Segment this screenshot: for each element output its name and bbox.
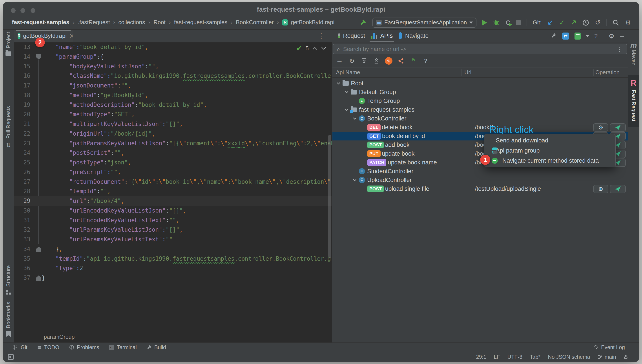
sidebar-item-structure[interactable]: Structure (3, 265, 14, 294)
column-divider[interactable] (594, 69, 594, 76)
fast-request-tool-window-tab[interactable]: R Fast Request (628, 75, 639, 126)
run-with-coverage-button[interactable]: C (506, 19, 510, 26)
menu-item[interactable]: Navigate current method stored data (484, 156, 616, 166)
tree-row[interactable]: CUploadController (332, 176, 628, 184)
stripe-label: Structure (5, 265, 12, 287)
status-item[interactable]: UTF-8 (508, 354, 522, 360)
send-request-button[interactable] (610, 185, 626, 193)
collapse-node-icon[interactable]: − (336, 57, 344, 65)
git-commit-button[interactable]: ✓ (559, 18, 565, 27)
tab-navigate[interactable]: Navigate (398, 30, 429, 42)
documentation-icon[interactable] (574, 32, 581, 40)
tree-row[interactable]: CStudentController (332, 167, 628, 176)
chevron-down-icon[interactable] (353, 178, 356, 181)
sidebar-item-pull-requests[interactable]: Pull Requests⇅ (3, 106, 14, 148)
sidebar-item-bookmarks[interactable]: Bookmarks (3, 302, 14, 337)
tree-row[interactable]: POSTupload single file/testUpload/upload… (332, 184, 628, 193)
breadcrumb-item[interactable]: Root (154, 19, 166, 26)
chevron-down-icon[interactable] (345, 90, 348, 93)
event-log-button[interactable]: Event Log (593, 344, 625, 350)
autoscroll-icon[interactable]: ⇄ (562, 32, 569, 40)
navigate-button[interactable] (593, 123, 608, 132)
refresh-icon[interactable]: ↻ (348, 57, 356, 65)
expand-all-icon[interactable] (360, 57, 368, 65)
search-input[interactable] (343, 46, 616, 52)
status-item[interactable]: 29:1 (476, 354, 486, 360)
tab-options-kebab-icon[interactable]: ⋮ (318, 32, 324, 40)
api-doc-icon[interactable]: ✎ (385, 57, 393, 65)
send-request-button[interactable] (610, 123, 626, 132)
hide-panel-icon[interactable]: − (620, 32, 625, 40)
breadcrumb-file[interactable]: getBookById.rapi (291, 19, 334, 26)
menu-item[interactable]: Send and download (484, 136, 616, 146)
status-item[interactable]: Tab* (530, 354, 540, 360)
git-branch-widget[interactable]: main (598, 354, 616, 360)
build-hammer-icon[interactable] (359, 19, 367, 26)
toolwindow-button-problems[interactable]: Problems (69, 344, 99, 350)
prev-highlight-icon[interactable] (312, 46, 318, 50)
fold-marker-icon[interactable] (36, 276, 41, 281)
breadcrumb-item[interactable]: collections (118, 19, 145, 26)
toolwindow-button-build[interactable]: Build (146, 344, 166, 350)
help-icon[interactable]: ? (422, 57, 430, 65)
editor-scrollbar[interactable] (328, 135, 331, 258)
editor-pane[interactable]: R getBookById.rapi × ⋮ 2 13"name":"book … (14, 30, 332, 342)
tree-row[interactable]: Default Group (332, 88, 628, 96)
sidebar-item-project[interactable]: Project (3, 32, 14, 56)
chevron-down-icon[interactable] (353, 116, 356, 120)
api-search-field[interactable]: ⌕ ⋮ (333, 44, 627, 54)
toolwindow-button-terminal[interactable]: ›_Terminal (109, 344, 137, 350)
inspection-count: 5 (306, 45, 309, 52)
collapse-all-icon[interactable] (372, 57, 380, 65)
fold-marker-icon[interactable] (36, 54, 41, 60)
breadcrumb-param-group[interactable]: paramGroup (44, 334, 74, 340)
git-push-button[interactable]: ↗ (570, 18, 576, 27)
settings-gear-icon[interactable]: ⚙ (625, 19, 631, 26)
chevron-down-icon[interactable] (336, 81, 340, 84)
status-item[interactable]: No JSON schema (548, 354, 590, 360)
toolwindow-button-git[interactable]: Git (13, 344, 28, 350)
next-highlight-icon[interactable] (321, 46, 326, 50)
tree-row[interactable]: ★Temp Group (332, 96, 628, 105)
data-sync-icon[interactable] (410, 57, 417, 65)
wrench-icon[interactable] (550, 33, 557, 39)
code-text: "postType":"json", (69, 158, 131, 168)
git-update-button[interactable]: ↙ (548, 18, 554, 27)
send-plane-icon (615, 134, 621, 139)
tree-row[interactable]: DELdelete book/book/1 (332, 123, 628, 132)
run-configuration-select[interactable]: FastRequestSamplesApplication (372, 18, 477, 28)
breadcrumb-item[interactable]: BookController (236, 19, 274, 26)
unlock-icon[interactable] (624, 354, 628, 360)
search-everywhere-icon[interactable] (612, 19, 619, 26)
history-icon[interactable] (582, 19, 589, 26)
maven-tool-window-tab[interactable]: m Maven (628, 41, 639, 66)
code-editor[interactable]: 13"name":"book detail by id",14"paramGro… (14, 42, 332, 318)
tree-row[interactable]: CBookController (332, 114, 628, 123)
tool-window-switcher-icon[interactable] (8, 354, 14, 360)
tree-row[interactable]: Root (332, 79, 628, 88)
breadcrumb-item[interactable]: fast-request-samples (174, 19, 227, 26)
tree-row[interactable]: fast-request-samples (332, 105, 628, 114)
tab-apis[interactable]: APIs (371, 30, 393, 42)
close-tab-icon[interactable]: × (69, 32, 74, 39)
toolwindow-button-todo[interactable]: ≡TODO (37, 344, 59, 350)
inspections-widget[interactable]: ✔ 5 (296, 44, 326, 52)
fold-marker-icon[interactable] (36, 246, 41, 252)
navigate-button[interactable] (593, 185, 608, 193)
panel-settings-gear-icon[interactable]: ⚙ (608, 32, 614, 40)
rollback-icon[interactable]: ↺ (595, 19, 600, 26)
menu-item[interactable]: Api param group (484, 146, 616, 156)
share-icon[interactable] (397, 57, 405, 65)
tab-request[interactable]: Request (338, 30, 365, 42)
status-item[interactable]: LF (494, 354, 500, 360)
search-options-kebab-icon[interactable]: ⋮ (616, 46, 623, 53)
stop-button[interactable] (516, 20, 521, 25)
debug-button[interactable] (493, 19, 500, 26)
column-divider[interactable] (462, 69, 462, 76)
help-icon[interactable]: ? (594, 32, 598, 40)
chevron-down-icon[interactable] (345, 107, 348, 111)
run-button[interactable] (482, 20, 487, 26)
chevron-down-icon[interactable] (586, 35, 589, 37)
breadcrumb-item[interactable]: fast-request-samples (12, 19, 70, 26)
breadcrumb-item[interactable]: .fastRequest (78, 19, 110, 26)
